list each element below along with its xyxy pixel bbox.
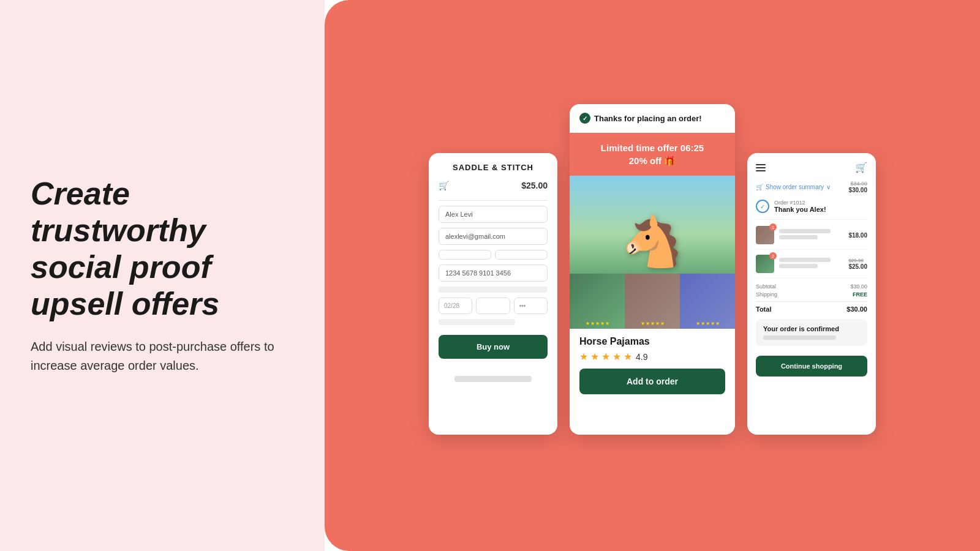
continue-shopping-button[interactable]: Continue shopping [756,356,867,377]
price-stack: $34.00 $30.00 [848,181,867,193]
discounted-price: $30.00 [848,187,867,193]
item-name-bar-4 [779,264,818,268]
right-panel: SADDLE & STITCH 🛒 $25.00 02/28 ••• Buy n… [325,0,980,551]
star-4: ★ [600,321,605,326]
item-name-bar-2 [779,235,818,239]
thumbnail-1[interactable]: ★ ★ ★ ★ ★ [570,274,625,329]
total-label: Total [756,305,771,313]
order-check-icon: ✓ [756,200,769,213]
promo-bar [439,319,515,325]
confirmed-box: Your order is confirmed [756,319,867,346]
hamburger-line-1 [756,164,766,165]
address-bar [439,287,548,293]
cart-icon: 🛒 [439,181,449,190]
shipping-row: Shipping FREE [756,291,867,298]
confirmed-title: Your order is confirmed [763,325,860,332]
star-1: ★ [586,321,590,326]
order-summary: Subtotal $30.00 Shipping FREE Total $30.… [756,283,867,313]
star-1: ★ [696,321,700,326]
chevron-icon: ∨ [826,184,831,190]
star-5: ★ [605,321,609,326]
star-2: ★ [590,351,599,362]
star-2: ★ [701,321,705,326]
top-bar: 🛒 [756,162,867,173]
rating-number: 4.9 [636,352,647,362]
item-price-2: $29.00 $25.00 [848,258,867,270]
subtotal-value: $30.00 [850,283,867,290]
item-name-bar-1 [779,229,831,233]
offer-subtext: 20% off 🎁 [576,154,729,167]
product-thumbnails: ★ ★ ★ ★ ★ ★ ★ ★ ★ ★ ★ ★ [570,274,735,329]
order-number: Order #1012 [774,200,867,206]
product-name: Horse Pajamas [579,336,725,347]
star-2: ★ [646,321,650,326]
card-details-row: 02/28 ••• [439,298,548,314]
summary-label: Show order summary [766,184,824,190]
star-4: ★ [612,351,621,362]
thumbnail-2[interactable]: ★ ★ ★ ★ ★ [625,274,680,329]
shipping-value: FREE [853,291,867,298]
total-row: Total $30.00 [756,301,867,313]
last-name-field[interactable] [495,250,548,260]
item-price-1: $18.00 [848,232,867,239]
confirmed-bar [763,335,836,340]
hamburger-line-2 [756,167,766,168]
product-info: Horse Pajamas ★ ★ ★ ★ ★ 4.9 Add to order [570,329,735,402]
card-number-field[interactable] [439,264,548,282]
star-3: ★ [595,321,600,326]
name-field[interactable] [439,206,548,223]
first-name-field[interactable] [439,250,491,260]
order-text: Order #1012 Thank you Alex! [774,200,867,213]
cvv-field[interactable]: ••• [514,298,548,314]
star-5: ★ [715,321,720,326]
item-original-price: $29.00 [848,258,867,263]
checkout-card: SADDLE & STITCH 🛒 $25.00 02/28 ••• Buy n… [429,153,557,435]
description: Add visual reviews to post-purchase offe… [31,337,294,375]
subtotal-row: Subtotal $30.00 [756,283,867,290]
thank-you-text: Thank you Alex! [774,206,867,213]
item-thumbnail-1: 1 [756,226,774,244]
order-item-1: 1 $18.00 [756,226,867,250]
name-on-card[interactable] [476,298,510,314]
confirmed-card: 🛒 🛒 Show order summary ∨ $34.00 $30.00 ✓… [747,153,876,435]
add-to-order-button[interactable]: Add to order [579,369,725,394]
headline: Create trustworthy social proof upsell o… [31,176,294,322]
star-3: ★ [706,321,710,326]
expiry-field[interactable]: 02/28 [439,298,472,314]
original-price: $34.00 [848,181,867,187]
upsell-card: ✓ Thanks for placing an order! Limited t… [570,104,735,435]
buy-now-button[interactable]: Buy now [439,335,548,359]
item-discounted-price: $25.00 [848,263,867,270]
item-thumbnail-2: 2 [756,255,774,273]
left-panel: Create trustworthy social proof upsell o… [0,0,325,551]
hamburger-icon[interactable] [756,164,766,171]
shipping-label: Shipping [756,291,777,298]
divider [439,200,548,201]
check-circle-icon: ✓ [579,113,590,124]
limited-offer-banner: Limited time offer 06:25 20% off 🎁 [570,133,735,176]
order-number-row: ✓ Order #1012 Thank you Alex! [756,200,867,220]
item-name-2 [779,258,843,270]
offer-text: Limited time offer 06:25 [576,141,729,154]
star-4: ★ [710,321,715,326]
subtotal-label: Subtotal [756,283,776,290]
star-3: ★ [601,351,610,362]
star-1: ★ [641,321,645,326]
checkout-price: $25.00 [521,181,548,190]
item-name-1 [779,229,843,241]
thumbnail-3[interactable]: ★ ★ ★ ★ ★ [680,274,735,329]
cart-icon[interactable]: 🛒 [855,162,867,173]
show-order-summary[interactable]: 🛒 Show order summary ∨ $34.00 $30.00 [756,181,867,193]
star-1: ★ [579,351,588,362]
email-field[interactable] [439,228,548,245]
hamburger-line-3 [756,170,766,171]
footer-bar [454,376,532,382]
name-row [439,250,548,260]
item-badge-1: 1 [769,223,777,231]
star-4: ★ [655,321,660,326]
horse-icon: 🐴 [622,213,683,271]
item-badge-2: 2 [769,252,777,260]
total-value: $30.00 [846,305,867,313]
store-name: SADDLE & STITCH [439,163,548,172]
product-image: 🐴 [570,176,735,274]
